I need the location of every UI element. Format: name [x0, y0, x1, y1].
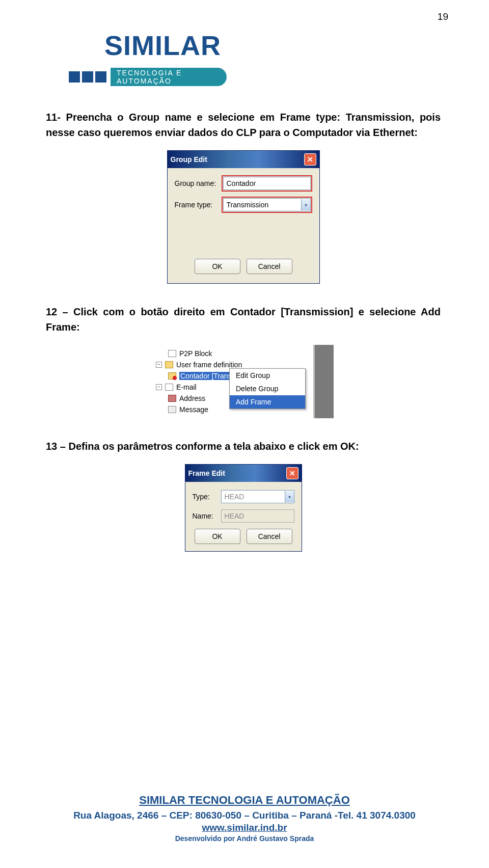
brand-logo: SIMILAR TECNOLOGIA E AUTOMAÇÃO	[69, 25, 252, 88]
folder-icon	[165, 361, 173, 368]
panel-divider	[313, 345, 334, 418]
logo-squares-icon	[69, 71, 106, 83]
close-button[interactable]: ✕	[304, 153, 316, 166]
frame-type-label: Frame type:	[175, 201, 222, 209]
tree-label: User frame definition	[176, 361, 242, 369]
page-content: 11- Preencha o Group name e selecione em…	[46, 110, 441, 552]
tree-item-p2p-block[interactable]: P2P Block	[156, 348, 331, 359]
type-label: Type:	[193, 493, 221, 501]
book-icon	[168, 395, 176, 402]
tree-label: P2P Block	[179, 349, 212, 358]
frame-type-select[interactable]: Transmission ▾	[223, 198, 311, 211]
footer-title: SIMILAR TECNOLOGIA E AUTOMAÇÃO	[0, 794, 489, 807]
cancel-button[interactable]: Cancel	[247, 529, 292, 544]
type-select[interactable]: HEAD ▾	[221, 490, 294, 503]
frame-type-highlight: Transmission ▾	[222, 197, 312, 213]
mail-icon	[165, 384, 173, 391]
footer-developer: Desenvolvido por André Gustavo Sprada	[0, 834, 489, 843]
close-icon: ✕	[307, 155, 313, 164]
cancel-button[interactable]: Cancel	[247, 259, 292, 274]
close-button[interactable]: ✕	[286, 467, 298, 479]
tree-label: E-mail	[176, 383, 197, 391]
pen-icon	[168, 406, 176, 413]
type-value: HEAD	[225, 493, 244, 501]
group-name-input[interactable]	[223, 177, 311, 190]
ok-button[interactable]: OK	[195, 259, 240, 274]
context-menu: Edit Group Delete Group Add Frame	[229, 368, 306, 409]
step-13-text: 13 – Defina os parâmetros conforme a tel…	[46, 439, 441, 454]
page-number: 19	[438, 11, 448, 22]
document-icon	[168, 350, 176, 357]
frame-edit-dialog: Frame Edit ✕ Type: HEAD ▾ Name: HEAD OK …	[185, 464, 302, 552]
name-label: Name:	[193, 512, 221, 520]
tree-panel: P2P Block − User frame definition Contad…	[153, 345, 334, 418]
name-input-disabled: HEAD	[221, 509, 294, 523]
dialog-titlebar: Group Edit ✕	[168, 151, 319, 168]
collapse-icon[interactable]: −	[156, 362, 162, 368]
footer-address: Rua Alagoas, 2466 – CEP: 80630-050 – Cur…	[0, 810, 489, 821]
dialog-title: Frame Edit	[188, 469, 225, 477]
step-11-text: 11- Preencha o Group name e selecione em…	[46, 110, 441, 140]
brand-name: SIMILAR	[104, 30, 221, 61]
menu-edit-group[interactable]: Edit Group	[230, 369, 305, 382]
tree-label: Message	[179, 405, 208, 414]
menu-add-frame[interactable]: Add Frame	[230, 395, 305, 409]
chevron-down-icon: ▾	[285, 491, 294, 502]
chevron-down-icon: ▾	[301, 199, 310, 210]
group-edit-dialog: Group Edit ✕ Group name: Frame type: Tra…	[167, 150, 320, 284]
group-name-highlight	[222, 175, 312, 192]
close-icon: ✕	[289, 469, 295, 477]
step-12-text: 12 – Click com o botão direito em Contad…	[46, 304, 441, 335]
dialog-title: Group Edit	[171, 155, 207, 164]
ok-button[interactable]: OK	[195, 529, 240, 544]
tree-label: Address	[179, 394, 205, 402]
footer-url[interactable]: www.similar.ind.br	[0, 822, 489, 833]
collapse-icon[interactable]: −	[156, 384, 162, 390]
dialog-titlebar: Frame Edit ✕	[185, 465, 302, 482]
group-name-label: Group name:	[175, 179, 222, 187]
folder-open-icon	[168, 372, 176, 379]
frame-type-value: Transmission	[227, 201, 269, 209]
menu-delete-group[interactable]: Delete Group	[230, 382, 305, 395]
brand-tagline: TECNOLOGIA E AUTOMAÇÃO	[117, 69, 227, 85]
page-footer: SIMILAR TECNOLOGIA E AUTOMAÇÃO Rua Alago…	[0, 794, 489, 843]
